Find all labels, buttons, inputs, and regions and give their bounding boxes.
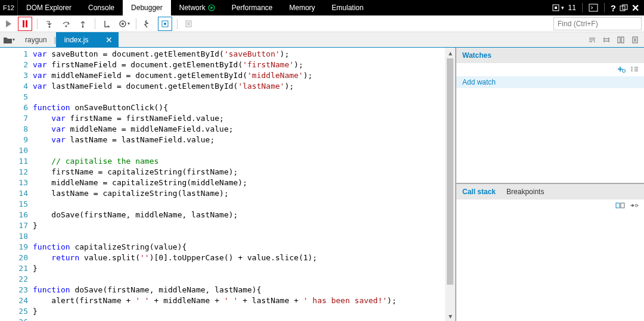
close-icon[interactable]: ✕	[631, 2, 639, 14]
line-number[interactable]: 15	[0, 199, 28, 210]
library-button[interactable]	[629, 33, 642, 46]
line-number[interactable]: 1	[0, 49, 28, 60]
line-number[interactable]: 5	[0, 92, 28, 102]
watches-tab[interactable]: Watches	[462, 51, 491, 60]
code-content[interactable]: var saveButton = document.getElementById…	[33, 48, 445, 321]
menu-tab-debugger[interactable]: Debugger	[123, 0, 171, 15]
callstack-tab[interactable]: Call stack	[462, 188, 496, 196]
file-tab-active[interactable]: index.js ✕	[56, 32, 119, 47]
word-wrap-button[interactable]	[586, 33, 599, 46]
svg-point-11	[122, 23, 124, 25]
add-watch-icon[interactable]	[617, 65, 626, 75]
code-line[interactable]: function capitalizeString(value){	[33, 242, 445, 253]
code-line[interactable]: alert(firstName + ' ' + middleName + ' '…	[33, 295, 445, 306]
line-number[interactable]: 3	[0, 70, 28, 81]
line-number[interactable]: 26	[0, 317, 28, 321]
find-input[interactable]	[553, 17, 642, 30]
code-line[interactable]: }	[33, 306, 445, 317]
menu-tab-performance[interactable]: Performance	[223, 0, 281, 15]
svg-point-21	[631, 204, 634, 207]
line-number[interactable]: 18	[0, 231, 28, 242]
line-number[interactable]: 21	[0, 263, 28, 274]
code-line[interactable]: doSave(firstName, middleName, lastName);	[33, 210, 445, 220]
code-line[interactable]: lastName = capitalizeString(lastName);	[33, 188, 445, 199]
code-line[interactable]	[33, 274, 445, 285]
code-line[interactable]	[33, 317, 445, 321]
break-new-worker-button[interactable]	[100, 17, 114, 31]
breakpoints-tab[interactable]: Breakpoints	[506, 188, 544, 196]
code-line[interactable]: var middleName = middleNameField.value;	[33, 124, 445, 135]
code-line[interactable]: }	[33, 263, 445, 274]
line-number[interactable]: 20	[0, 253, 28, 263]
dom-highlight-button[interactable]	[158, 17, 172, 31]
menu-tab-console[interactable]: Console	[80, 0, 123, 15]
line-number[interactable]: 7	[0, 113, 28, 124]
pretty-print-button[interactable]	[141, 17, 155, 31]
source-map-button[interactable]	[600, 33, 613, 46]
line-number[interactable]: 16	[0, 210, 28, 220]
line-number[interactable]: 13	[0, 177, 28, 188]
code-line[interactable]	[33, 231, 445, 242]
code-line[interactable]: var lastNameField = document.getElementB…	[33, 81, 445, 92]
open-document-icon[interactable]: ▾	[0, 32, 18, 47]
line-number[interactable]: 2	[0, 60, 28, 70]
line-number[interactable]: 14	[0, 188, 28, 199]
code-line[interactable]	[33, 145, 445, 156]
run-console-icon[interactable]	[589, 4, 598, 12]
code-line[interactable]: var firstNameField = document.getElement…	[33, 60, 445, 70]
help-icon[interactable]: ?	[611, 3, 616, 13]
callstack-async-icon[interactable]	[630, 201, 639, 211]
code-line[interactable]: function onSaveButtonClick(){	[33, 102, 445, 113]
step-out-button[interactable]	[76, 17, 90, 31]
line-number[interactable]: 17	[0, 220, 28, 231]
target-icon[interactable]: ▾	[552, 4, 564, 12]
line-number[interactable]: 11	[0, 156, 28, 167]
code-line[interactable]: return value.split('')[0].toUpperCase() …	[33, 253, 445, 263]
menu-tab-emulation[interactable]: Emulation	[323, 0, 372, 15]
svg-point-9	[82, 26, 84, 27]
code-editor[interactable]: 1234567891011121314151617181920212223242…	[0, 48, 456, 321]
code-line[interactable]	[33, 199, 445, 210]
line-number[interactable]: 24	[0, 295, 28, 306]
scroll-up-icon[interactable]: ▴	[445, 48, 455, 58]
add-watch-row[interactable]: Add watch	[456, 76, 644, 88]
code-line[interactable]: var saveButton = document.getElementById…	[33, 49, 445, 60]
scroll-down-icon[interactable]: ▾	[445, 311, 455, 321]
just-my-code-button[interactable]	[182, 17, 197, 31]
line-number[interactable]: 22	[0, 274, 28, 285]
file-tab-close-icon[interactable]: ✕	[105, 35, 113, 45]
delete-all-watches-icon[interactable]	[630, 65, 639, 75]
line-number[interactable]: 23	[0, 285, 28, 295]
menu-tab-dom-explorer[interactable]: DOM Explorer	[18, 0, 80, 15]
line-number[interactable]: 9	[0, 135, 28, 145]
code-line[interactable]: firstName = capitalizeString(firstName);	[33, 167, 445, 177]
compare-button[interactable]	[614, 33, 627, 46]
breadcrumb-context[interactable]: raygun	[18, 32, 54, 47]
line-number[interactable]: 12	[0, 167, 28, 177]
callstack-frames-icon[interactable]	[615, 201, 626, 211]
pause-button[interactable]	[18, 17, 32, 31]
scroll-thumb[interactable]	[447, 58, 453, 285]
undock-icon[interactable]	[620, 4, 628, 11]
play-button[interactable]	[1, 17, 15, 31]
menu-tab-network[interactable]: Network	[171, 0, 223, 15]
code-line[interactable]: middleName = capitalizeString(middleName…	[33, 177, 445, 188]
code-line[interactable]: var firstName = firstNameField.value;	[33, 113, 445, 124]
code-line[interactable]: }	[33, 220, 445, 231]
code-line[interactable]	[33, 92, 445, 102]
step-into-button[interactable]	[42, 17, 57, 31]
line-number[interactable]: 6	[0, 102, 28, 113]
line-number[interactable]: 8	[0, 124, 28, 135]
line-number[interactable]: 19	[0, 242, 28, 253]
code-line[interactable]: var lastName = lastNameField.value;	[33, 135, 445, 145]
line-number[interactable]: 4	[0, 81, 28, 92]
code-line[interactable]: // capitalise the names	[33, 156, 445, 167]
exception-behavior-button[interactable]: ▾	[117, 17, 131, 31]
step-over-button[interactable]	[59, 17, 73, 31]
line-number[interactable]: 25	[0, 306, 28, 317]
code-line[interactable]: var middleNameField = document.getElemen…	[33, 70, 445, 81]
line-number[interactable]: 10	[0, 145, 28, 156]
vertical-scrollbar[interactable]: ▴ ▾	[445, 48, 455, 321]
code-line[interactable]: function doSave(firstName, middleName, l…	[33, 285, 445, 295]
menu-tab-memory[interactable]: Memory	[281, 0, 323, 15]
